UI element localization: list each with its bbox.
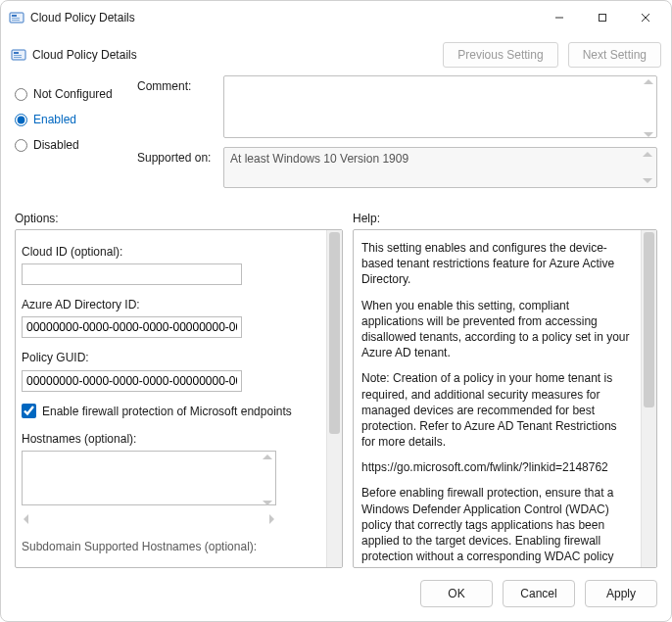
radio-enabled[interactable]: Enabled bbox=[15, 107, 137, 132]
svg-rect-10 bbox=[14, 55, 22, 56]
previous-setting-button[interactable]: Previous Setting bbox=[443, 42, 557, 68]
scroll-up-icon[interactable] bbox=[263, 455, 272, 459]
header-subtitle: Cloud Policy Details bbox=[32, 48, 137, 62]
scroll-down-icon[interactable] bbox=[263, 501, 272, 505]
close-button[interactable] bbox=[624, 3, 667, 32]
cloud-id-input[interactable] bbox=[22, 263, 242, 285]
content-area: Not Configured Enabled Disabled Comment: bbox=[1, 72, 671, 568]
options-heading: Options: bbox=[15, 212, 353, 225]
help-paragraph: Note: Creation of a policy in your home … bbox=[361, 370, 631, 450]
window-controls bbox=[538, 3, 667, 32]
policy-icon bbox=[11, 47, 26, 63]
window-title: Cloud Policy Details bbox=[30, 11, 538, 24]
state-radio-group: Not Configured Enabled Disabled bbox=[15, 75, 137, 158]
options-scroll[interactable]: Cloud ID (optional): Azure AD Directory … bbox=[16, 230, 326, 567]
subdomain-group: Subdomain Supported Hostnames (optional)… bbox=[22, 539, 320, 554]
supported-on-value: At least Windows 10 Version 1909 bbox=[223, 147, 657, 188]
radio-enabled-label: Enabled bbox=[33, 113, 76, 126]
next-setting-button[interactable]: Next Setting bbox=[568, 42, 661, 68]
help-vertical-scrollbar[interactable] bbox=[641, 230, 656, 567]
supported-on-label: Supported on: bbox=[137, 147, 223, 165]
help-scroll[interactable]: This setting enables and configures the … bbox=[354, 230, 641, 567]
options-panel: Cloud ID (optional): Azure AD Directory … bbox=[15, 229, 343, 568]
help-paragraph: When you enable this setting, compliant … bbox=[361, 298, 631, 361]
policy-window: Cloud Policy Details Cloud Policy Detail… bbox=[0, 0, 672, 622]
scrollbar-thumb[interactable] bbox=[644, 232, 654, 407]
comment-textarea[interactable] bbox=[223, 75, 657, 138]
scroll-up-icon[interactable] bbox=[643, 152, 652, 157]
titlebar: Cloud Policy Details bbox=[1, 1, 671, 34]
scroll-down-icon[interactable] bbox=[643, 178, 652, 183]
policy-icon bbox=[9, 10, 24, 25]
firewall-checkbox-label: Enable firewall protection of Microsoft … bbox=[42, 404, 292, 419]
radio-not-configured-input[interactable] bbox=[15, 88, 27, 101]
scroll-right-icon[interactable] bbox=[269, 514, 274, 524]
help-link: https://go.microsoft.com/fwlink/?linkid=… bbox=[361, 459, 631, 475]
top-row: Not Configured Enabled Disabled Comment: bbox=[15, 75, 657, 194]
subdomain-label: Subdomain Supported Hostnames (optional)… bbox=[22, 539, 320, 554]
minimize-button[interactable] bbox=[538, 3, 581, 32]
comment-label: Comment: bbox=[137, 75, 223, 93]
help-heading: Help: bbox=[353, 212, 380, 225]
scrollbar-thumb[interactable] bbox=[329, 232, 340, 434]
azure-dir-input[interactable] bbox=[22, 316, 242, 338]
cloud-id-group: Cloud ID (optional): bbox=[22, 244, 320, 285]
panels-row: Cloud ID (optional): Azure AD Directory … bbox=[15, 229, 657, 568]
supported-row: Supported on: At least Windows 10 Versio… bbox=[137, 147, 657, 188]
policy-guid-group: Policy GUID: bbox=[22, 350, 320, 391]
hostnames-group: Hostnames (optional): bbox=[22, 431, 320, 527]
radio-enabled-input[interactable] bbox=[15, 114, 27, 126]
help-paragraph: Before enabling firewall protection, ens… bbox=[361, 485, 631, 567]
azure-dir-label: Azure AD Directory ID: bbox=[22, 297, 320, 312]
hostnames-label: Hostnames (optional): bbox=[22, 431, 320, 447]
ok-button[interactable]: OK bbox=[420, 580, 493, 607]
svg-rect-9 bbox=[14, 52, 19, 54]
scroll-up-icon[interactable] bbox=[644, 79, 653, 84]
svg-rect-1 bbox=[12, 15, 17, 17]
azure-dir-group: Azure AD Directory ID: bbox=[22, 297, 320, 338]
maximize-button[interactable] bbox=[581, 3, 624, 32]
help-paragraph: This setting enables and configures the … bbox=[361, 240, 631, 288]
scroll-left-icon[interactable] bbox=[24, 514, 28, 524]
right-fields: Comment: Supported on: At least Windows … bbox=[137, 75, 657, 194]
scroll-down-icon[interactable] bbox=[644, 132, 653, 137]
header-row: Cloud Policy Details Previous Setting Ne… bbox=[1, 34, 671, 72]
cloud-id-label: Cloud ID (optional): bbox=[22, 244, 320, 260]
hostnames-textarea[interactable] bbox=[22, 451, 276, 505]
svg-rect-2 bbox=[12, 18, 20, 19]
svg-rect-5 bbox=[600, 15, 606, 22]
firewall-checkbox[interactable] bbox=[22, 404, 36, 418]
help-panel: This setting enables and configures the … bbox=[353, 229, 657, 568]
firewall-checkbox-row[interactable]: Enable firewall protection of Microsoft … bbox=[22, 404, 320, 419]
hostnames-hscroll[interactable] bbox=[22, 511, 276, 527]
svg-rect-3 bbox=[12, 20, 20, 21]
footer-buttons: OK Cancel Apply bbox=[1, 568, 671, 621]
comment-row: Comment: bbox=[137, 75, 657, 141]
policy-guid-input[interactable] bbox=[22, 370, 242, 392]
radio-disabled-input[interactable] bbox=[15, 139, 27, 152]
radio-not-configured[interactable]: Not Configured bbox=[15, 81, 137, 107]
supported-on-text: At least Windows 10 Version 1909 bbox=[230, 152, 408, 166]
radio-disabled-label: Disabled bbox=[33, 138, 79, 152]
policy-guid-label: Policy GUID: bbox=[22, 350, 320, 365]
section-labels: Options: Help: bbox=[15, 212, 657, 225]
svg-rect-11 bbox=[14, 57, 22, 58]
options-vertical-scrollbar[interactable] bbox=[326, 230, 342, 567]
radio-not-configured-label: Not Configured bbox=[33, 87, 113, 101]
cancel-button[interactable]: Cancel bbox=[503, 580, 575, 607]
radio-disabled[interactable]: Disabled bbox=[15, 132, 137, 158]
apply-button[interactable]: Apply bbox=[585, 580, 657, 607]
